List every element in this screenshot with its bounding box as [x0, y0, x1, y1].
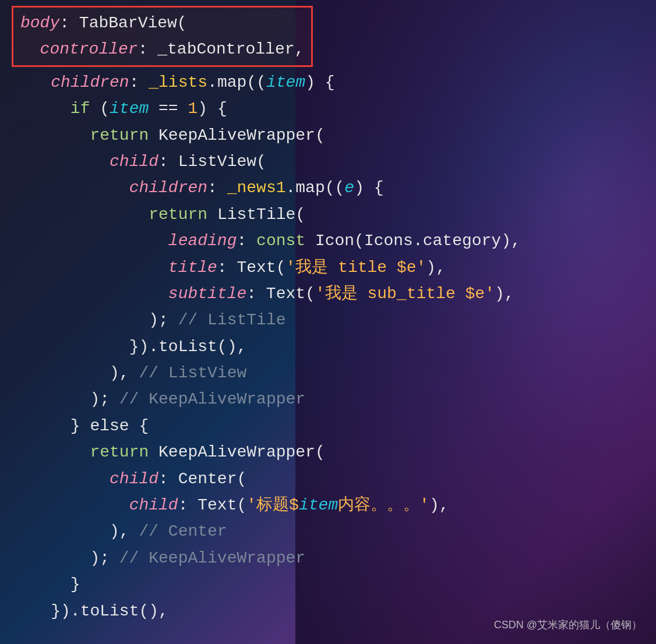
- code-line-children-news: children: _news1.map((e) {: [12, 175, 656, 201]
- watermark: CSDN @艾米家的猫儿（傻钢）: [494, 617, 642, 634]
- code-line-close-listtile: ); // ListTile: [12, 307, 656, 333]
- code-line-title: title: Text('我是 title $e'),: [12, 254, 656, 281]
- keyword-controller: controller: [40, 37, 138, 62]
- code-line-close-center: ), // Center: [12, 518, 656, 544]
- code-line-controller: controller: _tabController,: [20, 36, 304, 62]
- code-line-close-kaw1: ); // KeepAliveWrapper: [12, 386, 656, 412]
- code-line-if: if (item == 1) {: [12, 95, 656, 122]
- code-line-leading: leading: const Icon(Icons.category),: [12, 228, 656, 254]
- code-line-return-listtile: return ListTile(: [12, 201, 656, 228]
- code-line-close-else: }: [12, 571, 656, 597]
- code-line-children: children: _lists.map((item) {: [12, 69, 656, 95]
- code-line-close-kaw2: ); // KeepAliveWrapper: [12, 545, 656, 571]
- code-line-child-text: child: Text('标题$item内容。。。'),: [12, 492, 656, 518]
- code-line-close-listview: ), // ListView: [12, 360, 656, 386]
- code-line-child-listview: child: ListView(: [12, 148, 656, 175]
- code-line-subtitle: subtitle: Text('我是 sub_title $e'),: [12, 281, 656, 307]
- highlighted-code-block: body: TabBarView( controller: _tabContro…: [12, 6, 313, 67]
- code-line-else: } else {: [12, 413, 656, 439]
- code-line-child-center: child: Center(: [12, 466, 656, 492]
- code-line-return-kaw2: return KeepAliveWrapper(: [12, 439, 656, 465]
- keyword-body: body: [20, 10, 59, 36]
- code-container: body: TabBarView( controller: _tabContro…: [0, 0, 656, 644]
- code-line-tolist1: }).toList(),: [12, 334, 656, 360]
- code-line-body: body: TabBarView(: [20, 10, 304, 36]
- code-line-return-kaw1: return KeepAliveWrapper(: [12, 122, 656, 148]
